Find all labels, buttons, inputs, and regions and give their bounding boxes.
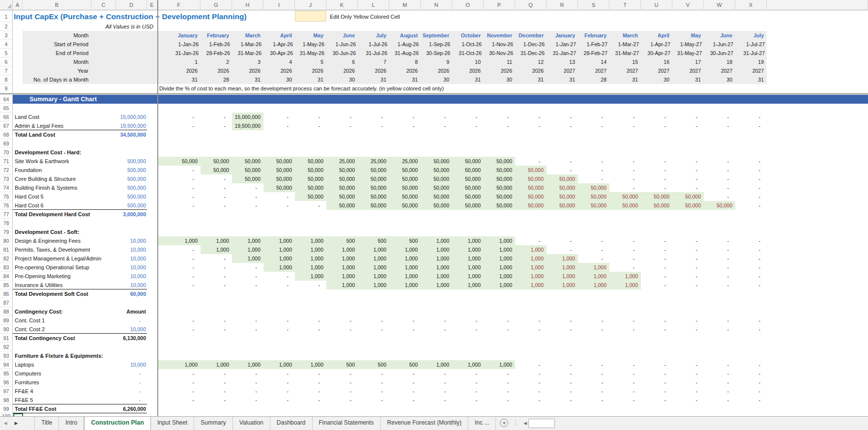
- cell-L6[interactable]: 7: [358, 57, 389, 66]
- cell-F7[interactable]: 2026: [157, 66, 201, 75]
- cell-U74[interactable]: -: [641, 183, 672, 192]
- cell-Q82[interactable]: 1,000: [515, 254, 547, 263]
- cell-G95[interactable]: -: [201, 369, 232, 378]
- cell-N98[interactable]: -: [421, 396, 452, 404]
- row-header-93[interactable]: 93: [0, 351, 13, 360]
- cell-X90[interactable]: -: [735, 325, 767, 334]
- cell-U81[interactable]: -: [641, 245, 672, 254]
- cell-I7[interactable]: 2026: [263, 66, 295, 75]
- cell-U73[interactable]: -: [641, 174, 672, 183]
- cell-N84[interactable]: 1,000: [421, 272, 452, 281]
- cell-H72[interactable]: 50,000: [232, 166, 263, 174]
- cell-S6[interactable]: 14: [578, 57, 609, 66]
- cell-V73[interactable]: -: [672, 174, 704, 183]
- cell-N74[interactable]: 50,000: [421, 183, 452, 192]
- cell-V97[interactable]: -: [672, 387, 704, 396]
- cell-O6[interactable]: 10: [452, 57, 484, 66]
- cell-S72[interactable]: -: [578, 166, 609, 174]
- cell-V66[interactable]: -: [672, 113, 704, 121]
- cell-G71[interactable]: 50,000: [201, 157, 232, 166]
- row-header-5[interactable]: 5: [0, 49, 13, 57]
- cell-X8[interactable]: 31: [735, 75, 767, 84]
- col-header-E[interactable]: E: [147, 0, 157, 10]
- cell-U76[interactable]: 50,000: [641, 201, 672, 210]
- cell-G90[interactable]: -: [201, 325, 232, 334]
- cell-M7[interactable]: 2026: [389, 66, 421, 75]
- cell-G81[interactable]: 1,000: [201, 245, 232, 254]
- cell-G85[interactable]: -: [201, 281, 232, 289]
- row-label[interactable]: Core Building & Structure: [13, 174, 116, 183]
- amount-cell[interactable]: 10,000: [116, 272, 147, 281]
- row-header-4[interactable]: 4: [0, 40, 13, 49]
- cell-N8[interactable]: 30: [421, 75, 452, 84]
- col-header-P[interactable]: P: [484, 0, 515, 10]
- cell-S75[interactable]: 50,000: [578, 192, 609, 201]
- row-header-92[interactable]: 92: [0, 343, 13, 351]
- row-header-98[interactable]: 98: [0, 396, 13, 404]
- amount-cell[interactable]: 10,000: [116, 360, 147, 369]
- cell-T71[interactable]: -: [609, 157, 641, 166]
- cell-I4[interactable]: 1-Apr-26: [263, 40, 295, 49]
- col-header-T[interactable]: T: [609, 0, 641, 10]
- cell-G89[interactable]: -: [201, 316, 232, 325]
- cell-T72[interactable]: -: [609, 166, 641, 174]
- cell-P94[interactable]: 1,000: [484, 360, 515, 369]
- cell-K82[interactable]: 1,000: [326, 254, 358, 263]
- cell-I81[interactable]: 1,000: [263, 245, 295, 254]
- cell-G72[interactable]: 50,000: [201, 166, 232, 174]
- cell-Q71[interactable]: -: [515, 157, 547, 166]
- cell-L97[interactable]: -: [358, 387, 389, 396]
- cell-M94[interactable]: 500: [389, 360, 421, 369]
- cell-K83[interactable]: 1,000: [326, 263, 358, 272]
- amount-cell[interactable]: 500,000: [116, 174, 147, 183]
- cell-R83[interactable]: 1,000: [547, 263, 578, 272]
- tab-construction-plan[interactable]: Construction Plan: [84, 417, 151, 430]
- cell-Q98[interactable]: -: [515, 396, 547, 404]
- cell-M84[interactable]: 1,000: [389, 272, 421, 281]
- cell-O74[interactable]: 50,000: [452, 183, 484, 192]
- amount-cell[interactable]: 500,000: [116, 192, 147, 201]
- cell-N3[interactable]: September: [421, 31, 452, 40]
- cell-F89[interactable]: -: [157, 316, 201, 325]
- cell-X5[interactable]: 31-Jul-27: [735, 49, 767, 57]
- row-header-6[interactable]: 6: [0, 57, 13, 66]
- cell-N90[interactable]: -: [421, 325, 452, 334]
- cell-J76[interactable]: -: [295, 201, 326, 210]
- amount-cell[interactable]: 6,130,000: [116, 334, 147, 343]
- cell-H67[interactable]: 19,500,000: [232, 121, 263, 130]
- cell-P84[interactable]: 1,000: [484, 272, 515, 281]
- row-header-69[interactable]: 69: [0, 139, 13, 148]
- cell-H76[interactable]: -: [232, 201, 263, 210]
- col-header-K[interactable]: K: [326, 0, 358, 10]
- cell-F71[interactable]: 50,000: [157, 157, 201, 166]
- cell-G8[interactable]: 28: [201, 75, 232, 84]
- row-label[interactable]: Furniture & Fixture & Equipments:: [13, 351, 116, 360]
- row-label[interactable]: Furnitures: [13, 378, 116, 387]
- cell-T97[interactable]: -: [609, 387, 641, 396]
- cell-V81[interactable]: -: [672, 245, 704, 254]
- cell-L73[interactable]: 50,000: [358, 174, 389, 183]
- cell-V5[interactable]: 31-May-27: [672, 49, 704, 57]
- cell-N75[interactable]: 50,000: [421, 192, 452, 201]
- cell-L82[interactable]: 1,000: [358, 254, 389, 263]
- cell-P95[interactable]: -: [484, 369, 515, 378]
- tab-intro[interactable]: Intro: [59, 417, 84, 430]
- row-label[interactable]: Total Development Soft Cost: [13, 289, 116, 298]
- cell-S90[interactable]: -: [578, 325, 609, 334]
- cell-J66[interactable]: -: [295, 113, 326, 121]
- row-label[interactable]: Land Cost: [13, 113, 116, 121]
- cell-T67[interactable]: -: [609, 121, 641, 130]
- cell-S3[interactable]: February: [578, 31, 609, 40]
- cell-Q84[interactable]: 1,000: [515, 272, 547, 281]
- cell-I66[interactable]: -: [263, 113, 295, 121]
- row-header-79[interactable]: 79: [0, 228, 13, 236]
- cell-J72[interactable]: 50,000: [295, 166, 326, 174]
- cell-K67[interactable]: -: [326, 121, 358, 130]
- cell-G3[interactable]: February: [201, 31, 232, 40]
- cell-G6[interactable]: 2: [201, 57, 232, 66]
- cell-Q7[interactable]: 2026: [515, 66, 547, 75]
- cell-V96[interactable]: -: [672, 378, 704, 387]
- cell-X95[interactable]: -: [735, 369, 767, 378]
- cell-L71[interactable]: 25,000: [358, 157, 389, 166]
- cell-O82[interactable]: 1,000: [452, 254, 484, 263]
